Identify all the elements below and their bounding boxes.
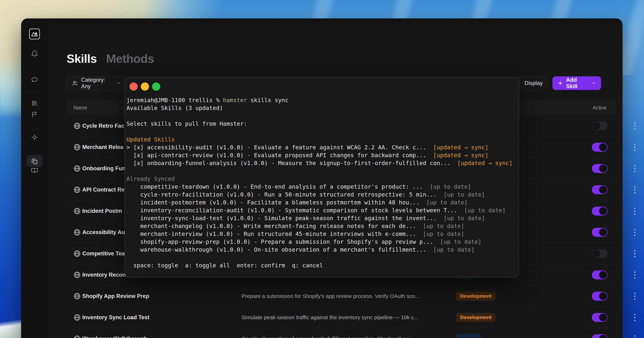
active-toggle[interactable] bbox=[592, 334, 608, 338]
tab-methods[interactable]: Methods bbox=[106, 52, 154, 66]
globe-icon bbox=[73, 207, 81, 215]
mountain-logo-icon bbox=[29, 28, 40, 39]
users-icon bbox=[72, 80, 78, 86]
active-toggle[interactable] bbox=[592, 206, 608, 216]
toggle-knob bbox=[592, 250, 600, 258]
library-icon bbox=[31, 100, 38, 107]
active-toggle[interactable] bbox=[592, 313, 608, 322]
active-toggle[interactable] bbox=[592, 249, 608, 258]
book-icon bbox=[31, 167, 38, 174]
skill-name: Inventory Recon bbox=[82, 272, 126, 278]
sidebar-item-skills[interactable] bbox=[31, 158, 38, 165]
toggle-knob bbox=[599, 314, 607, 321]
row-menu-button[interactable] bbox=[631, 333, 638, 338]
terminal-window[interactable]: jeremiah@JMB-1100 trellis % hamster skil… bbox=[125, 77, 519, 277]
table-row[interactable]: Inventory Sync Load Test Simulate peak-s… bbox=[66, 307, 616, 328]
active-toggle[interactable] bbox=[592, 185, 608, 194]
sidebar-item-library[interactable] bbox=[31, 100, 38, 107]
category-filter-button[interactable]: Category: Any bbox=[66, 76, 126, 90]
sidebar bbox=[21, 18, 48, 338]
chat-bubble-icon bbox=[31, 76, 38, 83]
globe-icon bbox=[73, 271, 81, 279]
tab-skills[interactable]: Skills bbox=[66, 52, 97, 66]
globe-icon bbox=[73, 186, 81, 194]
table-row[interactable]: Shopify App Review Prep Prepare a submis… bbox=[66, 286, 616, 307]
toggle-knob bbox=[599, 207, 607, 215]
display-button-label: Display bbox=[524, 80, 543, 86]
row-menu-button[interactable] bbox=[631, 291, 638, 302]
globe-icon bbox=[73, 314, 81, 321]
sidebar-divider bbox=[26, 92, 44, 92]
toggle-knob bbox=[599, 271, 607, 279]
sidebar-divider bbox=[26, 128, 44, 128]
bell-icon bbox=[31, 50, 38, 58]
category-badge bbox=[456, 334, 481, 338]
row-menu-button[interactable] bbox=[631, 248, 638, 259]
toggle-knob bbox=[599, 186, 607, 194]
sidebar-divider bbox=[26, 150, 44, 151]
skill-description: On-site observation of a merchant's fulf… bbox=[242, 336, 416, 338]
skill-name: API Contract Re bbox=[82, 186, 124, 193]
row-menu-button[interactable] bbox=[631, 184, 638, 195]
column-header-name: Name bbox=[73, 105, 87, 111]
active-toggle[interactable] bbox=[592, 122, 608, 130]
column-header-active: Active bbox=[583, 105, 616, 111]
skill-name: Incident Postm bbox=[82, 208, 122, 214]
toggle-knob bbox=[599, 143, 607, 151]
globe-icon bbox=[73, 144, 81, 151]
active-toggle[interactable] bbox=[592, 228, 608, 237]
chevron-down-icon bbox=[592, 81, 596, 86]
active-toggle[interactable] bbox=[592, 270, 608, 279]
toggle-knob bbox=[599, 228, 607, 236]
active-toggle[interactable] bbox=[592, 292, 608, 300]
app-logo[interactable] bbox=[29, 28, 40, 39]
row-menu-button[interactable] bbox=[631, 163, 638, 174]
copy-pages-icon bbox=[31, 158, 38, 165]
globe-icon bbox=[73, 292, 81, 300]
skill-name: Merchant Relea bbox=[82, 144, 123, 150]
toggle-knob bbox=[599, 292, 607, 300]
category-filter-label: Category: Any bbox=[81, 77, 114, 90]
display-button[interactable]: Display bbox=[517, 76, 547, 90]
skill-description: Prepare a submission for Shopify's app r… bbox=[242, 293, 420, 299]
zoom-traffic-light[interactable] bbox=[152, 82, 160, 91]
row-menu-button[interactable] bbox=[631, 142, 638, 152]
category-badge: Development bbox=[456, 292, 496, 300]
add-skill-label: Add Skill bbox=[566, 77, 589, 90]
row-menu-button[interactable] bbox=[631, 270, 638, 280]
minimize-traffic-light[interactable] bbox=[141, 82, 149, 91]
close-traffic-light[interactable] bbox=[130, 82, 138, 91]
plus-icon bbox=[558, 80, 563, 86]
app-window: Skills Methods Category: Any Display Add… bbox=[21, 18, 622, 338]
table-row[interactable]: Warehouse Walkthrough On-site observatio… bbox=[66, 328, 616, 338]
skill-name: Accessibility Au bbox=[82, 229, 125, 236]
sidebar-item-locate[interactable] bbox=[31, 134, 38, 141]
globe-icon bbox=[73, 335, 81, 338]
page-tabs: Skills Methods bbox=[66, 52, 154, 66]
globe-icon bbox=[73, 250, 81, 257]
add-skill-button[interactable]: Add Skill bbox=[552, 76, 601, 90]
skill-name: Competitive Tea bbox=[82, 250, 125, 257]
target-icon bbox=[31, 134, 38, 141]
sidebar-item-flags[interactable] bbox=[31, 111, 38, 118]
sidebar-item-chat[interactable] bbox=[31, 76, 38, 83]
active-toggle[interactable] bbox=[592, 164, 608, 173]
desktop-wallpaper: Skills Methods Category: Any Display Add… bbox=[0, 0, 644, 338]
row-menu-button[interactable] bbox=[631, 227, 638, 238]
row-menu-button[interactable] bbox=[631, 120, 638, 131]
row-menu-button[interactable] bbox=[631, 206, 638, 216]
terminal-output: jeremiah@JMB-1100 trellis % hamster skil… bbox=[126, 96, 512, 269]
skill-name: Warehouse Walkthrough bbox=[82, 336, 147, 338]
row-menu-button[interactable] bbox=[631, 312, 638, 323]
sidebar-item-notifications[interactable] bbox=[31, 50, 38, 58]
chevron-down-icon bbox=[117, 81, 121, 86]
globe-icon bbox=[73, 228, 81, 236]
skill-name: Cycle Retro Fac bbox=[82, 123, 124, 129]
toggle-knob bbox=[599, 164, 607, 172]
sidebar-item-docs[interactable] bbox=[31, 167, 38, 174]
globe-icon bbox=[73, 122, 81, 130]
toggle-knob bbox=[599, 335, 607, 338]
flag-icon bbox=[31, 111, 38, 118]
globe-icon bbox=[73, 165, 81, 172]
active-toggle[interactable] bbox=[592, 143, 608, 152]
